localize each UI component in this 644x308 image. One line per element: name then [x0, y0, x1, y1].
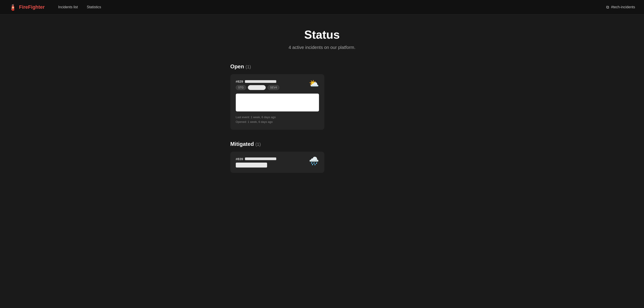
page-title: Status: [230, 28, 414, 41]
card-id: #829: [236, 80, 243, 83]
open-section-title: Open (1): [230, 63, 414, 70]
open-section: Open (1) #829 STG SEV4 ⛅: [230, 63, 414, 130]
card-id-row: #829: [236, 80, 280, 83]
card-title-placeholder: [245, 80, 276, 83]
logo[interactable]: 🧯 FireFighter: [9, 3, 45, 11]
card-title-placeholder-839: [245, 157, 276, 160]
external-link-icon: ⧉: [606, 5, 609, 9]
main-content: Status 4 active incidents on our platfor…: [222, 14, 423, 197]
mitigated-count: (1): [256, 142, 261, 147]
rain-icon: 🌧️: [309, 157, 319, 165]
card-meta: Last event: 1 week, 6 days ago Opened: 1…: [236, 115, 319, 124]
tag-blank: [248, 85, 266, 90]
card-tags-839: [236, 162, 276, 167]
tag-stg: STG: [236, 85, 246, 90]
card-tags: STG SEV4: [236, 85, 280, 90]
fire-extinguisher-icon: 🧯: [9, 3, 17, 11]
open-count: (1): [246, 64, 251, 69]
opened: Opened: 1 week, 6 days ago: [236, 120, 319, 124]
mitigated-section-title: Mitigated (1): [230, 141, 414, 147]
card-id-row: #839: [236, 157, 276, 161]
nav-incidents-list[interactable]: Incidents list: [58, 5, 78, 9]
nav-channel-link[interactable]: ⧉ #tech-incidents: [606, 5, 635, 9]
active-incidents-subtitle: 4 active incidents on our platform.: [230, 45, 414, 50]
card-header: #829 STG SEV4 ⛅: [236, 80, 319, 90]
last-event: Last event: 1 week, 6 days ago: [236, 115, 319, 120]
card-id-tags: #829 STG SEV4: [236, 80, 280, 90]
mitigated-card-id-row: #839: [236, 157, 276, 167]
tag-sev4: SEV4: [268, 85, 280, 90]
app-name: FireFighter: [19, 4, 45, 10]
mitigated-card-header: #839 🌧️: [236, 157, 319, 167]
incident-card-829[interactable]: #829 STG SEV4 ⛅ Last event: 1 week, 6 da…: [230, 74, 324, 130]
nav-statistics[interactable]: Statistics: [87, 5, 101, 9]
hero-section: Status 4 active incidents on our platfor…: [230, 28, 414, 50]
weather-icon: ⛅: [309, 80, 319, 88]
mitigated-section: Mitigated (1) #839 🌧️: [230, 141, 414, 173]
navbar: 🧯 FireFighter Incidents list Statistics …: [0, 0, 644, 14]
incident-card-839[interactable]: #839 🌧️: [230, 152, 324, 173]
card-description-placeholder: [236, 94, 319, 112]
card-id-839: #839: [236, 157, 243, 161]
tag-bar-839: [236, 162, 267, 167]
nav-links: Incidents list Statistics: [58, 5, 606, 9]
channel-name: #tech-incidents: [611, 5, 635, 9]
